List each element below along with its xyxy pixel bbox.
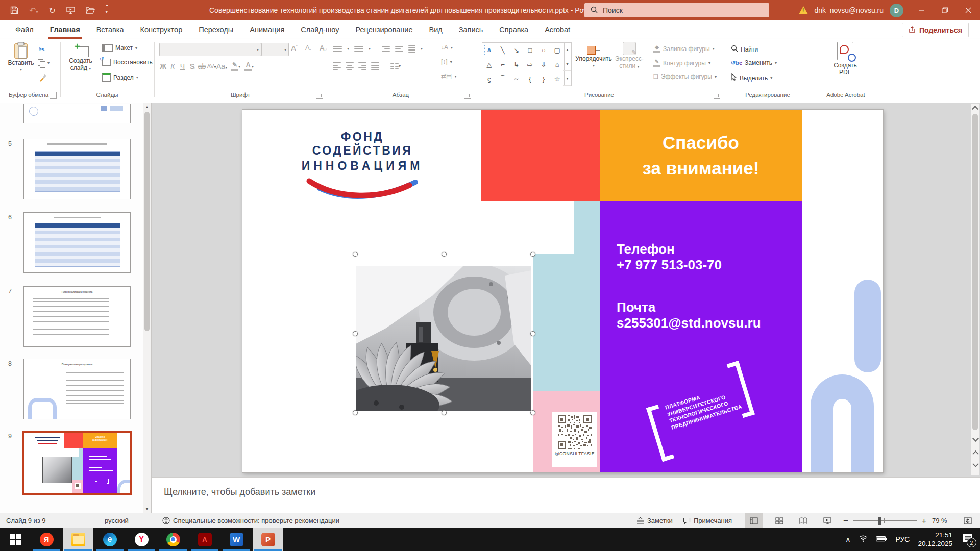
resize-handle-sw[interactable] (353, 410, 358, 415)
slide-sorter-view-button[interactable] (771, 513, 788, 528)
notes-pane[interactable]: Щелкните, чтобы добавить заметки (152, 477, 980, 513)
create-pdf-button[interactable]: Создать PDF (826, 42, 865, 76)
shape-curve[interactable]: ～ (509, 71, 523, 86)
slide-9[interactable]: ФОНД СОДЕЙСТВИЯ ИННОВАЦИЯМ Спасибо за вн… (242, 110, 883, 472)
tab-help[interactable]: Справка (491, 20, 536, 39)
taskbar-yandex-search-icon[interactable]: Y (127, 528, 156, 551)
shape-oval[interactable]: ○ (537, 43, 551, 57)
shape-textbox[interactable]: А (484, 45, 494, 55)
start-slideshow-icon[interactable] (66, 7, 75, 14)
shapes-gallery-more[interactable]: ▼ (564, 71, 571, 86)
search-input[interactable]: Поиск (584, 3, 769, 17)
tab-home[interactable]: Главная (42, 20, 88, 39)
text-direction-button[interactable]: ↓А▾ (441, 44, 453, 51)
tab-file[interactable]: Файл (7, 20, 42, 39)
shape-rectangle[interactable]: □ (523, 43, 537, 57)
thumbnail-scroll-down[interactable]: ▼ (143, 505, 151, 513)
tab-slideshow[interactable]: Слайд-шоу (292, 20, 347, 39)
reset-button[interactable]: ↺ Восстановить (102, 59, 153, 66)
align-left-button[interactable] (333, 62, 341, 70)
thumbnail-slide-4-partial[interactable] (23, 104, 131, 123)
canvas-scrollbar[interactable] (971, 104, 979, 475)
character-spacing-button[interactable]: AV▾ (207, 63, 216, 69)
resize-handle-w[interactable] (353, 331, 358, 336)
customize-qat-icon[interactable]: ▾ (106, 5, 108, 15)
shape-triangle[interactable]: △ (482, 57, 496, 71)
resize-handle-e[interactable] (530, 331, 535, 336)
undo-icon[interactable]: ↶▾ (29, 6, 38, 15)
canvas-scroll-down[interactable] (972, 435, 979, 442)
shape-star[interactable]: ☆ (550, 71, 564, 86)
resize-handle-ne[interactable] (530, 252, 535, 257)
clipboard-dialog-launcher[interactable] (50, 92, 57, 99)
layout-button[interactable]: Макет▾ (102, 44, 137, 52)
highlight-color-button[interactable]: ✎ (231, 61, 238, 71)
wifi-icon[interactable] (859, 535, 868, 544)
share-button[interactable]: Поделиться (902, 23, 969, 37)
justify-button[interactable] (371, 62, 379, 70)
shapes-scroll-down[interactable]: ▼ (564, 57, 571, 71)
reading-view-button[interactable] (795, 513, 812, 528)
shrink-font-button[interactable]: Аˇ (305, 44, 311, 53)
language-switcher[interactable]: РУС (895, 535, 910, 543)
shape-outline-button[interactable]: ✎ Контур фигуры▾ (653, 59, 710, 67)
new-slide-button[interactable]: ＋ Создать слайд ▾ (65, 42, 96, 72)
start-button[interactable] (1, 528, 31, 551)
align-center-button[interactable] (346, 62, 354, 70)
clear-formatting-button[interactable]: А◌ (320, 44, 327, 52)
tab-transitions[interactable]: Переходы (190, 20, 241, 39)
arrange-button[interactable]: Упорядочить▾ (577, 42, 610, 69)
section-button[interactable]: Раздел▾ (102, 73, 138, 82)
taskbar-acrobat-icon[interactable]: A (190, 528, 219, 551)
fit-to-window-button[interactable] (964, 513, 972, 528)
notes-toggle[interactable]: Заметки (636, 513, 673, 528)
convert-smartart-button[interactable]: ⇄▤▾ (441, 72, 456, 80)
open-icon[interactable] (86, 7, 95, 14)
resize-handle-se[interactable] (530, 410, 535, 415)
increase-indent-button[interactable] (395, 46, 403, 52)
thumbnail-slide-9-selected[interactable]: Спасибоза внимание! (22, 431, 132, 495)
cut-button[interactable]: ✂ (39, 45, 45, 54)
font-name-combo[interactable]: ▾ (159, 43, 261, 56)
shape-fill-button[interactable]: ◆ Заливка фигуры▾ (653, 44, 715, 53)
zoom-slider[interactable] (853, 513, 917, 528)
thumbnail-slide-6[interactable] (23, 212, 131, 273)
canvas-scroll-up[interactable] (972, 106, 978, 112)
zoom-slider-thumb[interactable] (878, 517, 881, 525)
change-case-button[interactable]: Aa▾ (216, 62, 226, 70)
thumbnail-scroll-thumb[interactable] (144, 112, 150, 331)
shape-scribble[interactable]: ϛ (482, 71, 496, 86)
resize-handle-n[interactable] (442, 252, 447, 257)
zoom-in-button[interactable]: + (922, 513, 926, 528)
paste-button[interactable]: Вставить▾ (7, 42, 35, 73)
copy-button[interactable]: ▾ (38, 59, 50, 67)
taskbar-file-explorer-icon[interactable] (63, 528, 93, 551)
columns-button[interactable] (390, 63, 394, 69)
format-painter-button[interactable] (39, 73, 47, 82)
taskbar-word-icon[interactable]: W (222, 528, 251, 551)
account-email[interactable]: dnk_novsu@novsu.ru (814, 6, 884, 14)
find-button[interactable]: Найти (731, 45, 758, 54)
align-text-button[interactable]: [↕]▾ (441, 58, 452, 65)
shape-elbow[interactable]: ⌐ (496, 57, 510, 71)
thumbnail-slide-8[interactable]: План реализации проекта (23, 359, 131, 419)
tab-acrobat[interactable]: Acrobat (536, 20, 578, 39)
paragraph-dialog-launcher[interactable] (464, 92, 471, 99)
normal-view-button[interactable] (745, 513, 763, 528)
tab-review[interactable]: Рецензирование (348, 20, 421, 39)
shape-left-brace[interactable]: { (523, 71, 537, 86)
shape-down-arrow[interactable]: ⇩ (537, 57, 551, 71)
taskbar-yandex-browser-icon[interactable]: Я (32, 528, 61, 551)
line-spacing-button[interactable] (408, 45, 415, 53)
taskbar-edge-icon[interactable]: e (95, 528, 125, 551)
minimize-button[interactable] (910, 0, 933, 20)
tab-view[interactable]: Вид (421, 20, 450, 39)
tab-record[interactable]: Запись (451, 20, 492, 39)
action-center-button[interactable]: 2 (963, 534, 973, 545)
quick-styles-button[interactable]: ✎ Экспресс- стили ▾ (612, 42, 646, 70)
font-dialog-launcher[interactable] (316, 92, 323, 99)
shape-effects-button[interactable]: ❏ Эффекты фигуры▾ (653, 73, 717, 80)
shape-right-brace[interactable]: } (537, 71, 551, 86)
accessibility-status[interactable]: Специальные возможности: проверьте реком… (162, 513, 339, 528)
tab-design[interactable]: Конструктор (132, 20, 191, 39)
